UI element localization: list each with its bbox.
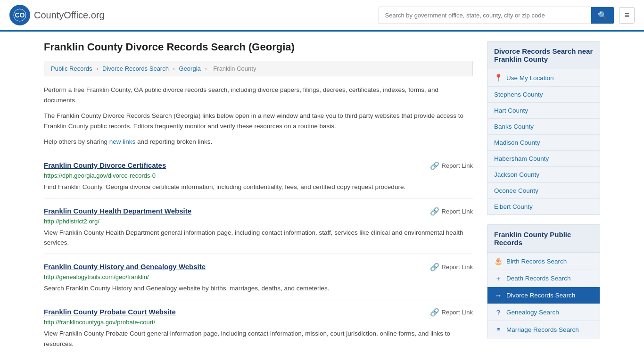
result-desc-3: View Franklin County Probate Court gener… — [44, 329, 473, 349]
nearby-county-link-7[interactable]: Elbert County — [494, 203, 533, 210]
result-desc-0: Find Franklin County, Georgia divorce ce… — [44, 182, 473, 192]
nearby-county-6[interactable]: Oconee County — [487, 183, 600, 199]
result-desc-2: Search Franklin County History and Genea… — [44, 283, 473, 294]
public-record-item-3[interactable]: ? Genealogy Search — [487, 304, 600, 321]
result-header-0: Franklin County Divorce Certificates 🔗 R… — [44, 161, 473, 170]
record-link-3[interactable]: Genealogy Search — [506, 309, 559, 316]
sidebar: Divorce Records Search near Franklin Cou… — [487, 41, 600, 355]
result-url-3[interactable]: http://franklincountyga.gov/probate-cour… — [44, 319, 473, 326]
nearby-county-link-0[interactable]: Stephens County — [494, 91, 543, 98]
report-icon-0: 🔗 — [430, 161, 439, 170]
nearby-county-5[interactable]: Jackson County — [487, 167, 600, 183]
new-links-link[interactable]: new links — [109, 138, 136, 145]
header: CO CountyOffice.org 🔍 ≡ — [0, 0, 644, 32]
page-title: Franklin County Divorce Records Search (… — [44, 41, 473, 53]
nearby-section: Divorce Records Search near Franklin Cou… — [487, 41, 600, 215]
logo-icon: CO — [9, 5, 30, 25]
report-icon-1: 🔗 — [430, 207, 439, 216]
description-1: Perform a free Franklin County, GA publi… — [44, 85, 473, 105]
use-my-location[interactable]: 📍 Use My Location — [487, 69, 600, 87]
logo-area: CO CountyOffice.org — [9, 5, 105, 25]
result-card-2: Franklin County History and Genealogy We… — [44, 254, 473, 299]
result-card-0: Franklin County Divorce Certificates 🔗 R… — [44, 153, 473, 198]
report-icon-3: 🔗 — [430, 308, 439, 317]
report-label-3: Report Link — [442, 309, 473, 316]
result-title-1[interactable]: Franklin County Health Department Websit… — [44, 207, 191, 215]
nearby-county-3[interactable]: Madison County — [487, 135, 600, 151]
record-link-4[interactable]: Marriage Records Search — [506, 326, 579, 333]
record-icon-3: ? — [494, 308, 503, 316]
result-title-2[interactable]: Franklin County History and Genealogy We… — [44, 263, 206, 271]
search-bar: 🔍 — [379, 7, 614, 24]
record-link-0[interactable]: Birth Records Search — [506, 258, 567, 265]
result-title-0[interactable]: Franklin County Divorce Certificates — [44, 161, 166, 169]
menu-button[interactable]: ≡ — [619, 7, 635, 24]
nearby-counties-container: Stephens CountyHart CountyBanks CountyMa… — [487, 87, 600, 214]
description-3: Help others by sharing new links and rep… — [44, 137, 473, 147]
nearby-county-link-1[interactable]: Hart County — [494, 107, 528, 114]
main-container: Franklin County Divorce Records Search (… — [34, 32, 610, 362]
result-desc-1: View Franklin County Health Department g… — [44, 228, 473, 248]
result-header-3: Franklin County Probate Court Website 🔗 … — [44, 308, 473, 317]
svg-text:CO: CO — [15, 11, 25, 19]
nearby-county-7[interactable]: Elbert County — [487, 199, 600, 214]
public-record-item-2[interactable]: ↔ Divorce Records Search — [487, 287, 600, 304]
header-right: 🔍 ≡ — [379, 7, 635, 24]
results-container: Franklin County Divorce Certificates 🔗 R… — [44, 153, 473, 355]
report-link-0[interactable]: 🔗 Report Link — [430, 161, 473, 170]
nearby-county-link-6[interactable]: Oconee County — [494, 187, 538, 194]
breadcrumb-current: Franklin County — [213, 65, 256, 72]
nearby-county-1[interactable]: Hart County — [487, 103, 600, 119]
location-icon: 📍 — [494, 74, 503, 82]
public-records-title: Franklin County Public Records — [487, 225, 600, 253]
nearby-county-2[interactable]: Banks County — [487, 119, 600, 135]
public-record-item-0[interactable]: 🎂 Birth Records Search — [487, 253, 600, 270]
logo-suffix: .org — [88, 10, 104, 20]
search-input[interactable] — [379, 8, 591, 23]
nearby-county-link-5[interactable]: Jackson County — [494, 171, 539, 178]
nearby-county-link-4[interactable]: Habersham County — [494, 155, 549, 162]
breadcrumb-link-public-records[interactable]: Public Records — [51, 65, 92, 72]
logo-brand: CountyOffice — [34, 10, 88, 20]
report-icon-2: 🔗 — [430, 263, 439, 272]
report-label-2: Report Link — [442, 263, 473, 271]
record-icon-2: ↔ — [494, 291, 503, 299]
use-location-link[interactable]: Use My Location — [506, 74, 554, 82]
nearby-county-link-2[interactable]: Banks County — [494, 123, 534, 130]
breadcrumb-link-georgia[interactable]: Georgia — [179, 65, 201, 72]
record-icon-4: ⚭ — [494, 325, 503, 334]
public-records-section: Franklin County Public Records 🎂 Birth R… — [487, 224, 600, 338]
result-header-1: Franklin County Health Department Websit… — [44, 207, 473, 216]
result-url-1[interactable]: http://phdistrict2.org/ — [44, 218, 473, 225]
report-link-3[interactable]: 🔗 Report Link — [430, 308, 473, 317]
description-2: The Franklin County Divorce Records Sear… — [44, 111, 473, 131]
nearby-section-title: Divorce Records Search near Franklin Cou… — [487, 41, 600, 69]
record-icon-1: + — [494, 274, 503, 282]
report-link-1[interactable]: 🔗 Report Link — [430, 207, 473, 216]
breadcrumb-link-divorce[interactable]: Divorce Records Search — [102, 65, 169, 72]
nearby-county-link-3[interactable]: Madison County — [494, 139, 540, 146]
search-button[interactable]: 🔍 — [591, 7, 614, 24]
public-records-container: 🎂 Birth Records Search + Death Records S… — [487, 253, 600, 338]
report-label-1: Report Link — [442, 208, 473, 215]
result-card-1: Franklin County Health Department Websit… — [44, 198, 473, 254]
nearby-county-4[interactable]: Habersham County — [487, 151, 600, 167]
result-url-2[interactable]: http://genealogytrails.com/geo/franklin/ — [44, 273, 473, 280]
record-link-1[interactable]: Death Records Search — [506, 275, 571, 282]
record-link-2[interactable]: Divorce Records Search — [506, 292, 575, 299]
breadcrumb: Public Records › Divorce Records Search … — [44, 61, 473, 76]
result-url-0[interactable]: https://dph.georgia.gov/divorce-records-… — [44, 172, 473, 179]
report-label-0: Report Link — [442, 162, 473, 169]
public-record-item-1[interactable]: + Death Records Search — [487, 270, 600, 287]
public-record-item-4[interactable]: ⚭ Marriage Records Search — [487, 321, 600, 338]
record-icon-0: 🎂 — [494, 257, 503, 265]
logo-text: CountyOffice.org — [34, 10, 105, 21]
result-title-3[interactable]: Franklin County Probate Court Website — [44, 308, 176, 316]
main-content: Franklin County Divorce Records Search (… — [44, 41, 473, 355]
result-header-2: Franklin County History and Genealogy We… — [44, 263, 473, 272]
result-card-3: Franklin County Probate Court Website 🔗 … — [44, 299, 473, 354]
report-link-2[interactable]: 🔗 Report Link — [430, 263, 473, 272]
nearby-county-0[interactable]: Stephens County — [487, 87, 600, 103]
